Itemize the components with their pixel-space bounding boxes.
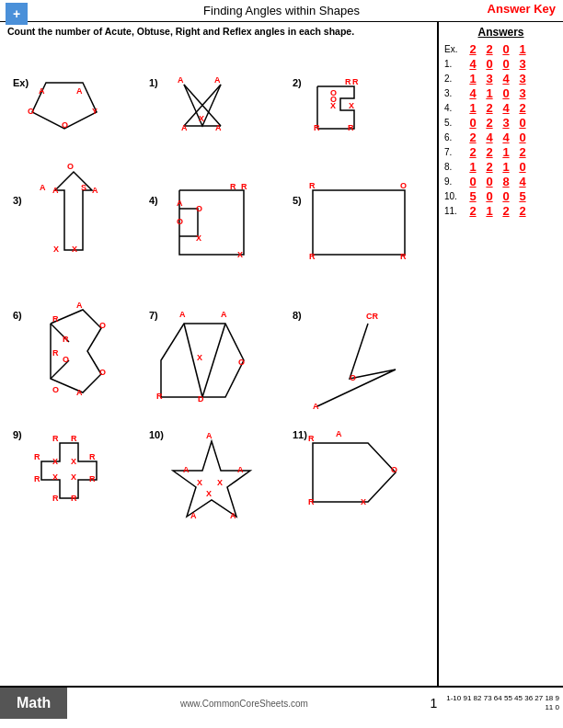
answers-title: Answers (444, 26, 557, 39)
answer-val: 2 (514, 145, 531, 159)
answer-row: 9.0084 (444, 175, 557, 188)
answer-row-label: 1. (444, 59, 465, 69)
answer-val: 1 (514, 42, 531, 56)
svg-marker-101 (313, 443, 396, 502)
answer-val: 1 (498, 145, 514, 159)
answer-val: 0 (498, 42, 514, 56)
answer-val: 2 (481, 101, 498, 115)
answer-row: 8.1210 (444, 160, 557, 174)
svg-text:X: X (71, 472, 76, 482)
svg-text:X: X (361, 497, 366, 506)
svg-text:X: X (217, 478, 223, 487)
svg-text:R: R (309, 252, 316, 261)
answer-key-badge: Answer Key (488, 2, 556, 16)
svg-text:A: A (179, 310, 186, 319)
answer-val: 0 (498, 57, 514, 71)
svg-text:R: R (400, 252, 407, 261)
answer-row: 5.0230 (444, 116, 557, 130)
footer-stats-bot: 11 0 (446, 703, 559, 712)
answer-val: 0 (481, 189, 498, 203)
svg-text:R: R (34, 452, 40, 461)
svg-text:A: A (215, 123, 222, 132)
svg-text:R: R (52, 314, 59, 324)
svg-text:R: R (314, 123, 320, 132)
answer-val: 0 (481, 175, 498, 188)
svg-text:X: X (330, 101, 336, 110)
svg-text:A: A (237, 465, 244, 474)
svg-text:X: X (52, 457, 58, 466)
svg-text:A: A (177, 199, 183, 208)
svg-text:R: R (89, 452, 96, 461)
svg-text:R: R (34, 474, 40, 483)
svg-text:O: O (67, 162, 74, 171)
answer-val: 1 (465, 101, 481, 115)
footer-math-label: Math (0, 688, 67, 719)
answer-val: 2 (481, 145, 498, 159)
answer-row-label: 9. (444, 176, 465, 187)
answer-row-label: 2. (444, 74, 465, 84)
svg-text:A: A (214, 75, 221, 85)
svg-text:R: R (52, 348, 59, 358)
svg-text:X: X (72, 245, 77, 254)
answer-panel: Answers Ex.22011.40032.13433.41034.12425… (439, 22, 563, 686)
svg-marker-76 (41, 443, 97, 498)
svg-text:5): 5) (293, 195, 302, 206)
answer-val: 3 (514, 72, 531, 85)
answer-row-label: 5. (444, 118, 465, 128)
answer-val: 2 (465, 145, 481, 159)
answer-val: 1 (481, 204, 498, 218)
svg-text:R: R (71, 494, 77, 503)
svg-text:R: R (352, 77, 359, 86)
answer-val: 1 (481, 86, 498, 100)
svg-text:R: R (345, 77, 351, 86)
svg-text:6): 6) (13, 310, 22, 321)
svg-text:X: X (196, 233, 201, 243)
worksheet-area: Count the number of Acute, Obtuse, Right… (0, 22, 439, 686)
svg-text:X: X (206, 489, 212, 498)
svg-text:Y: Y (92, 107, 98, 116)
answer-val: 2 (481, 42, 498, 56)
svg-text:O: O (350, 373, 356, 382)
answer-val: 4 (514, 175, 531, 188)
svg-text:O: O (62, 120, 68, 130)
answer-val: 0 (514, 160, 531, 174)
answer-row: 3.4103 (444, 86, 557, 100)
answer-val: 4 (498, 101, 514, 115)
answer-val: 3 (481, 72, 498, 85)
svg-text:A: A (76, 388, 83, 397)
svg-text:2): 2) (293, 77, 302, 88)
answer-val: 2 (514, 101, 531, 115)
header: + Finding Angles within Shapes Answer Ke… (0, 0, 563, 22)
svg-text:O: O (391, 465, 397, 474)
answer-row: 6.2440 (444, 131, 557, 144)
svg-text:1): 1) (149, 77, 158, 88)
svg-text:X: X (199, 114, 204, 123)
answer-row-label: 3. (444, 88, 465, 98)
svg-text:A: A (230, 511, 236, 520)
svg-text:A: A (190, 511, 197, 520)
svg-text:O: O (99, 321, 106, 330)
answer-val: 4 (465, 57, 481, 71)
answer-val: 3 (498, 116, 514, 130)
answer-val: 5 (514, 189, 531, 203)
svg-text:S: S (81, 183, 86, 192)
svg-text:R: R (71, 434, 77, 443)
svg-text:Ex): Ex) (13, 77, 29, 88)
svg-text:X: X (71, 457, 76, 466)
answer-val: 5 (465, 189, 481, 203)
svg-text:A: A (221, 310, 227, 319)
svg-text:A: A (76, 301, 83, 310)
footer-page-number: 1 (420, 696, 446, 711)
main-container: Count the number of Acute, Obtuse, Right… (0, 22, 563, 686)
svg-text:A: A (40, 183, 46, 192)
svg-text:A: A (336, 429, 342, 438)
svg-text:3): 3) (13, 195, 22, 206)
svg-text:11): 11) (293, 429, 307, 440)
svg-text:O: O (63, 355, 69, 364)
svg-text:X: X (52, 472, 58, 482)
answer-val: 3 (514, 86, 531, 100)
answer-val: 0 (498, 189, 514, 203)
svg-text:R: R (309, 181, 316, 190)
footer: Math www.CommonCoreSheets.com 1 1-10 91 … (0, 686, 563, 719)
answer-val: 0 (465, 116, 481, 130)
